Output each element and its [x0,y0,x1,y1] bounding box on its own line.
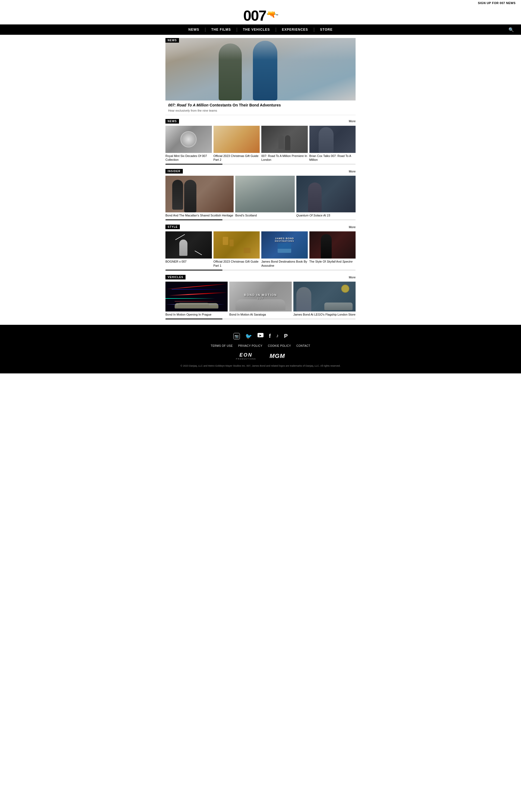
vehicles-thumb-2: BOND IN MOTION 007 [229,282,292,311]
style-scroll-thumb [165,270,223,271]
insider-scroll-indicator [165,219,356,220]
pinterest-icon[interactable]: P [284,333,288,340]
sign-up-link[interactable]: SIGN UP FOR 007 NEWS [478,1,516,5]
footer-links: TERMS OF USE PRIVACY POLICY COOKIE POLIC… [5,344,516,347]
style-thumb-2 [213,231,260,258]
style-article-3[interactable]: JAMES BOND DESTINATIONS James Bond Desti… [261,231,308,268]
news-thumb-4 [310,126,356,153]
style-badge: STYLE [165,225,180,229]
sidebar-item-experiences[interactable]: EXPERIENCES [276,24,314,35]
top-bar: SIGN UP FOR 007 NEWS [0,0,521,6]
vehicles-article-2[interactable]: BOND IN MOTION 007 Bond In Motion At Sar… [229,282,292,317]
insider-more-button[interactable]: More [349,170,356,173]
style-scroll-indicator [165,270,356,271]
style-article-2[interactable]: Official 2023 Christmas Gift Guide Part … [213,231,260,268]
news-scroll-indicator [165,164,356,165]
news-section-header: NEWS More [165,119,356,123]
vehicles-badge: VEHICLES [165,275,185,279]
vehicles-thumb-3 [293,282,356,311]
vehicles-title-1: Bond In Motion Opening In Prague [165,312,228,317]
insider-article-3[interactable]: Quantum Of Solace At 15 [296,176,356,217]
tiktok-icon[interactable]: ♪ [276,333,279,340]
main-content: NEWS 007: Road To A Million Contestants … [163,38,358,319]
footer-logos: EON PRODUCTIONS MGM [5,352,516,360]
youtube-icon[interactable]: ▶ [257,333,264,337]
insider-title-1: Bond And The Macallan's Shared Scottish … [165,213,234,217]
terms-link[interactable]: TERMS OF USE [211,344,233,347]
insider-thumb-2 [235,176,294,212]
news-thumb-2 [213,126,260,153]
style-thumb-3: JAMES BOND DESTINATIONS [261,231,308,258]
contact-link[interactable]: CONTACT [296,344,310,347]
style-more-button[interactable]: More [349,225,356,229]
logo-area: 007 🔫 ™ [0,6,521,24]
top-story-image[interactable] [165,38,356,100]
style-article-4[interactable]: The Style Of Skyfall And Spectre [310,231,356,268]
news-thumb-3 [261,126,308,153]
privacy-link[interactable]: PRIVACY POLICY [238,344,263,347]
sidebar-item-vehicles[interactable]: THE VEHICLES [237,24,275,35]
footer-social-icons: 📷 🐦 ▶ f ♪ P [5,333,516,340]
nav-items: NEWS | THE FILMS | THE VEHICLES | EXPERI… [183,24,338,35]
instagram-icon[interactable]: 📷 [233,333,240,340]
news-title-4: Brian Cox Talks 007: Road To A Million [310,154,356,162]
facebook-icon[interactable]: f [269,333,271,340]
top-story-title-italic: 007: Road To A Million [168,103,209,107]
vehicles-article-1[interactable]: Bond In Motion Opening In Prague [165,282,228,317]
mgm-logo: MGM [269,352,285,359]
insider-article-2[interactable]: Bond's Scotland [235,176,294,217]
top-story-title[interactable]: 007: Road To A Million Contestants On Th… [168,103,353,108]
style-title-2: Official 2023 Christmas Gift Guide Part … [213,260,260,268]
site-logo[interactable]: 007 🔫 ™ [243,8,278,23]
news-title-3: 007: Road To A Million Premiere In Londo… [261,154,308,162]
top-story-title-rest: Contestants On Their Bond Adventures [209,103,281,107]
insider-thumb-1 [165,176,234,212]
insider-title-3-text: Quantum Of Solace At 15 [296,214,330,217]
news-title-1: Royal Mint Six Decades Of 007 Collection [165,154,212,162]
sidebar-item-news[interactable]: NEWS [183,24,205,35]
news-article-4[interactable]: Brian Cox Talks 007: Road To A Million [310,126,356,162]
top-story-section: NEWS 007: Road To A Million Contestants … [165,38,356,115]
logo-tm: ™ [276,14,278,17]
image-sky [165,38,356,60]
destinations-overlay-title: JAMES BOND [275,237,294,240]
sidebar-item-films[interactable]: THE FILMS [206,24,236,35]
style-thumb-1 [165,231,212,258]
news-article-1[interactable]: Royal Mint Six Decades Of 007 Collection [165,126,212,162]
twitter-icon[interactable]: 🐦 [245,333,252,340]
style-section: STYLE More BOGNER x 007 Official 2023 Ch… [165,225,356,271]
style-thumb-4 [310,231,356,258]
cookie-link[interactable]: COOKIE POLICY [268,344,291,347]
logo-gun-icon: 🔫 [267,10,275,18]
news-article-2[interactable]: Official 2023 Christmas Gift Guide Part … [213,126,260,162]
top-story-caption: 007: Road To A Million Contestants On Th… [165,100,356,115]
vehicles-scroll-thumb [165,319,223,319]
top-story-bg [165,38,356,100]
insider-article-1[interactable]: Bond And The Macallan's Shared Scottish … [165,176,234,217]
vehicles-section: VEHICLES More Bond In Motion O [165,275,356,319]
news-article-3[interactable]: 007: Road To A Million Premiere In Londo… [261,126,308,162]
news-more-button[interactable]: More [349,119,356,123]
insider-badge: INSIDER [165,169,183,173]
sidebar-item-store[interactable]: STORE [315,24,338,35]
vehicles-more-button[interactable]: More [349,276,356,279]
style-section-header: STYLE More [165,225,356,229]
insider-title-3: Quantum Of Solace At 15 [296,213,356,217]
eon-logo: EON PRODUCTIONS [236,352,256,360]
vehicles-articles-grid: Bond In Motion Opening In Prague BOND IN… [165,282,356,317]
news-title-2: Official 2023 Christmas Gift Guide Part … [213,154,260,162]
news-thumb-1 [165,126,212,153]
style-title-1: BOGNER x 007 [165,260,212,263]
main-nav: NEWS | THE FILMS | THE VEHICLES | EXPERI… [0,24,521,35]
insider-section-header: INSIDER More [165,169,356,173]
vehicles-article-3[interactable]: James Bond At LEGO's Flagship London Sto… [293,282,356,317]
footer-copyright: © 2023 Danjaq, LLC and Metro-Goldwyn-May… [179,364,342,368]
vehicles-thumb-1 [165,282,228,311]
vehicles-title-2: Bond In Motion At Saratoga [229,312,292,317]
bond-in-motion-overlay-title: BOND IN MOTION [244,293,277,297]
search-button[interactable]: 🔍 [504,24,518,36]
style-article-1[interactable]: BOGNER x 007 [165,231,212,268]
news-section: NEWS More Royal Mint Six Decades Of 007 … [165,119,356,165]
insider-section: INSIDER More Bond And The Macallan's Sha… [165,169,356,220]
insider-thumb-3 [296,176,356,212]
